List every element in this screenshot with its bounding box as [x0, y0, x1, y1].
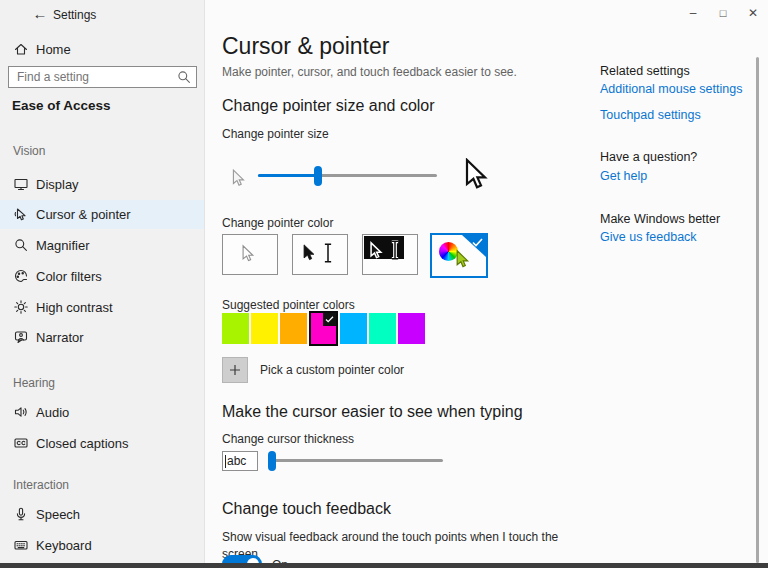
pick-custom-color-label: Pick a custom pointer color — [260, 363, 404, 377]
home-icon — [13, 41, 29, 57]
additional-mouse-settings-link[interactable]: Additional mouse settings — [600, 82, 742, 96]
back-icon[interactable]: ← — [30, 4, 50, 24]
suggested-color-swatch[interactable] — [251, 313, 278, 344]
white-cursor-icon — [242, 244, 255, 264]
suggested-color-swatch[interactable] — [340, 313, 367, 344]
sidebar-item-magnifier[interactable]: Magnifier — [0, 231, 204, 259]
sidebar-item-label: Cursor & pointer — [36, 207, 131, 222]
black-ibeam-icon — [323, 243, 333, 263]
text-caret — [225, 455, 226, 468]
cursor-thickness-label: Change cursor thickness — [222, 432, 354, 446]
sidebar-item-narrator[interactable]: Narrator — [0, 323, 204, 351]
sidebar-item-home[interactable]: Home — [0, 35, 204, 63]
minimize-button[interactable]: – — [678, 0, 708, 26]
sidebar-item-label: Home — [36, 42, 71, 57]
suggested-color-swatch-selected[interactable] — [309, 311, 338, 346]
sidebar-item-label: Display — [36, 177, 79, 192]
check-icon — [325, 316, 334, 323]
inverted-ibeam-icon — [390, 240, 400, 260]
plus-icon — [229, 364, 241, 376]
suggested-color-swatch[interactable] — [280, 313, 307, 344]
sidebar-item-label: Closed captions — [36, 436, 129, 451]
high-contrast-icon — [13, 299, 29, 315]
sidebar-group-interaction: Interaction — [13, 478, 69, 492]
make-windows-better-heading: Make Windows better — [600, 212, 720, 226]
sidebar-item-color-filters[interactable]: Color filters — [0, 262, 204, 290]
pointer-color-option-white[interactable] — [222, 234, 278, 275]
related-settings-heading: Related settings — [600, 64, 690, 78]
swatch-check-box — [323, 313, 336, 326]
cursor-preview-text: abc — [227, 454, 246, 468]
cursor-preview-box: abc — [222, 451, 258, 471]
have-a-question-heading: Have a question? — [600, 150, 697, 164]
pointer-color-option-inverted[interactable] — [362, 234, 418, 275]
magnifier-icon — [13, 237, 29, 253]
page-title: Cursor & pointer — [222, 33, 389, 60]
give-us-feedback-link[interactable]: Give us feedback — [600, 230, 697, 244]
audio-icon — [13, 404, 29, 420]
black-cursor-icon — [303, 243, 316, 263]
window-title: Settings — [53, 8, 96, 22]
pointer-color-option-custom[interactable] — [430, 233, 488, 278]
cursor-pointer-icon — [13, 207, 29, 223]
pointer-size-slider-thumb[interactable] — [314, 166, 322, 186]
pointer-size-label: Change pointer size — [222, 127, 329, 141]
search-box — [8, 66, 197, 88]
sidebar-item-cursor-pointer[interactable]: Cursor & pointer — [0, 200, 204, 229]
sidebar-item-label: Magnifier — [36, 238, 89, 253]
color-filters-icon — [13, 268, 29, 284]
maximize-button[interactable]: □ — [708, 0, 738, 26]
closed-captions-icon — [13, 435, 29, 451]
suggested-color-swatch[interactable] — [398, 313, 425, 344]
touchpad-settings-link[interactable]: Touchpad settings — [600, 108, 701, 122]
sidebar-item-keyboard[interactable]: Keyboard — [0, 531, 204, 559]
sidebar-item-label: Keyboard — [36, 538, 92, 553]
cursor-thickness-slider-track[interactable] — [270, 459, 443, 462]
display-icon — [13, 176, 29, 192]
sidebar-item-label: Narrator — [36, 330, 84, 345]
narrator-icon — [13, 329, 29, 345]
sidebar-item-label: Color filters — [36, 269, 102, 284]
sidebar-item-label: High contrast — [36, 300, 113, 315]
pointer-size-slider-fill — [258, 174, 317, 177]
sidebar-group-hearing: Hearing — [13, 376, 55, 390]
keyboard-icon — [13, 537, 29, 553]
sidebar-item-speech[interactable]: Speech — [0, 500, 204, 528]
get-help-link[interactable]: Get help — [600, 169, 647, 183]
section-heading-touch: Change touch feedback — [222, 500, 391, 518]
sidebar-item-closed-captions[interactable]: Closed captions — [0, 429, 204, 457]
suggested-color-swatch[interactable] — [369, 313, 396, 344]
suggested-colors-label: Suggested pointer colors — [222, 298, 355, 312]
pointer-size-slider-track[interactable] — [258, 174, 437, 177]
bottom-edge-strip — [0, 563, 768, 568]
section-heading-cursor: Make the cursor easier to see when typin… — [222, 403, 523, 421]
check-icon — [472, 238, 483, 247]
sidebar-group-vision: Vision — [13, 144, 45, 158]
search-icon[interactable] — [176, 69, 192, 85]
small-cursor-preview-icon — [232, 169, 246, 192]
sidebar-item-label: Audio — [36, 405, 69, 420]
sidebar-item-display[interactable]: Display — [0, 170, 204, 198]
suggested-color-swatch[interactable] — [222, 313, 249, 344]
pointer-color-option-black[interactable] — [292, 234, 348, 275]
search-input[interactable] — [9, 70, 176, 84]
section-heading-pointer: Change pointer size and color — [222, 97, 435, 115]
sidebar-section-title: Ease of Access — [12, 98, 111, 113]
sidebar-item-label: Speech — [36, 507, 80, 522]
sidebar-item-high-contrast[interactable]: High contrast — [0, 293, 204, 321]
sidebar-item-audio[interactable]: Audio — [0, 398, 204, 426]
large-cursor-preview-icon — [465, 158, 489, 196]
pick-custom-color-button[interactable] — [222, 357, 248, 383]
settings-window: ← Settings – □ ✕ Home Ease of Access Vis… — [0, 0, 768, 568]
microphone-icon — [13, 506, 29, 522]
cursor-thickness-slider-thumb[interactable] — [268, 451, 276, 471]
vertical-scrollbar[interactable] — [756, 57, 759, 563]
inverted-cursor-icon — [370, 241, 383, 261]
page-subtitle: Make pointer, cursor, and touch feedback… — [222, 65, 517, 79]
pointer-color-label: Change pointer color — [222, 216, 333, 230]
close-button[interactable]: ✕ — [738, 0, 768, 26]
